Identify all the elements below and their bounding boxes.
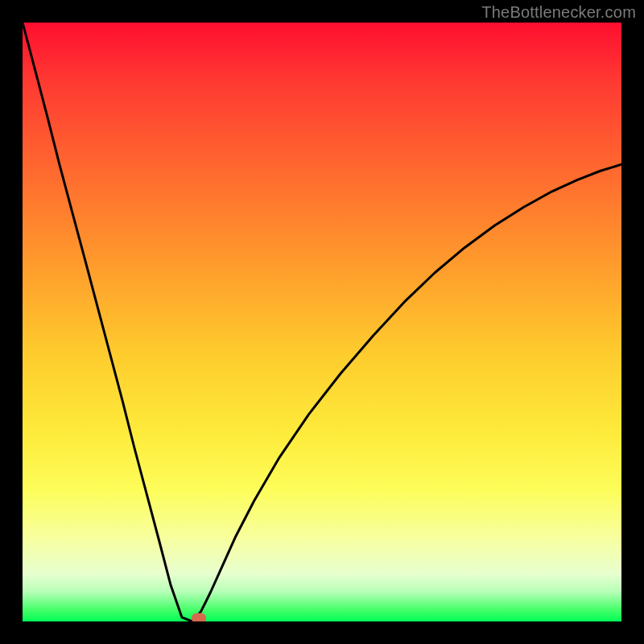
optimum-marker [192, 613, 206, 621]
gradient-background [23, 23, 621, 621]
chart-frame: TheBottlenecker.com [0, 0, 644, 644]
watermark-text: TheBottlenecker.com [481, 3, 636, 22]
plot-area [23, 23, 621, 621]
